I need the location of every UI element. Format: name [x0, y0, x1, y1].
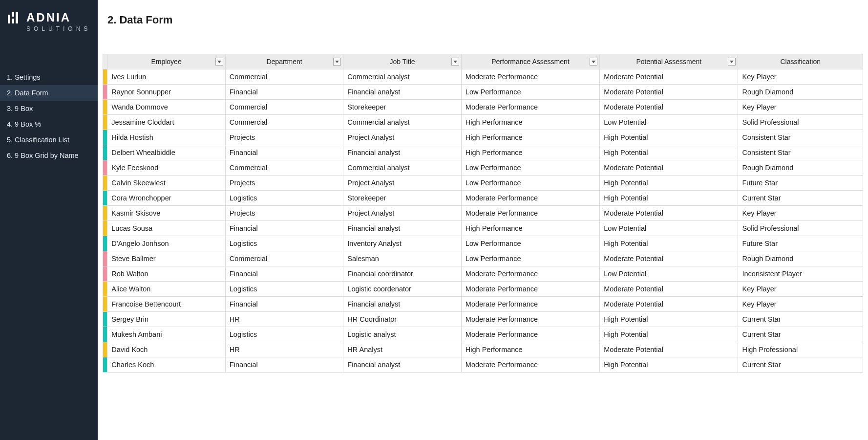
table-row[interactable]: Calvin SkeewlestProjectsProject AnalystL… [103, 176, 863, 191]
column-header-3: Performance Assessment [461, 54, 599, 69]
table-row[interactable]: Kasmir SkisoveProjectsProject AnalystMod… [103, 206, 863, 221]
table-row[interactable]: D'Angelo JonhsonLogisticsInventory Analy… [103, 236, 863, 251]
filter-dropdown-icon[interactable] [451, 58, 459, 66]
filter-dropdown-icon[interactable] [215, 58, 223, 66]
svg-rect-3 [16, 12, 18, 23]
cell-job: Financial analyst [343, 357, 462, 373]
filter-dropdown-icon[interactable] [728, 58, 736, 66]
filter-dropdown-icon[interactable] [590, 58, 597, 66]
row-marker [103, 176, 107, 191]
table-row[interactable]: Mukesh AmbaniLogisticsLogistic analystMo… [103, 327, 863, 342]
cell-perf: High Performance [461, 145, 599, 160]
cell-employee: Sergey Brin [107, 312, 226, 327]
cell-cls: Solid Professional [738, 115, 863, 130]
cell-job: Inventory Analyst [343, 236, 462, 251]
cell-cls: Future Star [738, 176, 863, 191]
cell-department: HR [225, 312, 343, 327]
cell-department: Financial [225, 357, 343, 373]
nav-item-0[interactable]: 1. Settings [0, 69, 98, 85]
cell-employee: Hilda Hostish [107, 130, 226, 145]
main-content: 2. Data Form EmployeeDepartmentJob Title… [98, 0, 868, 440]
cell-job: Project Analyst [343, 130, 462, 145]
cell-employee: Delbert Whealbiddle [107, 145, 226, 160]
cell-pot: Moderate Potential [600, 85, 738, 100]
cell-pot: High Potential [600, 176, 738, 191]
table-row[interactable]: Delbert WhealbiddleFinancialFinancial an… [103, 145, 863, 160]
table-row[interactable]: Cora WronchopperLogisticsStorekeeperMode… [103, 191, 863, 206]
nav-item-3[interactable]: 4. 9 Box % [0, 116, 98, 132]
cell-job: Logistic coordenator [343, 282, 462, 297]
row-marker [103, 221, 107, 236]
cell-job: Financial coordinator [343, 266, 462, 282]
cell-perf: High Performance [461, 130, 599, 145]
cell-pot: Moderate Potential [600, 297, 738, 312]
cell-perf: High Performance [461, 342, 599, 357]
table-row[interactable]: Wanda DommoveCommercialStorekeeperModera… [103, 100, 863, 115]
row-marker [103, 145, 107, 160]
cell-perf: High Performance [461, 221, 599, 236]
svg-rect-0 [8, 15, 10, 23]
cell-perf: Low Performance [461, 176, 599, 191]
cell-employee: D'Angelo Jonhson [107, 236, 226, 251]
row-marker [103, 115, 107, 130]
table-row[interactable]: Kyle FeeskoodCommercialCommercial analys… [103, 160, 863, 176]
table-row[interactable]: Raynor SonnupperFinancialFinancial analy… [103, 85, 863, 100]
column-header-1: Department [225, 54, 343, 69]
brand-icon [8, 12, 21, 23]
table-row[interactable]: Lucas SousaFinancialFinancial analystHig… [103, 221, 863, 236]
cell-cls: Key Player [738, 206, 863, 221]
cell-pot: Moderate Potential [600, 206, 738, 221]
cell-employee: Lucas Sousa [107, 221, 226, 236]
nav-item-1[interactable]: 2. Data Form [0, 85, 98, 101]
table-row[interactable]: Hilda HostishProjectsProject AnalystHigh… [103, 130, 863, 145]
nav-item-2[interactable]: 3. 9 Box [0, 101, 98, 116]
table-header-row: EmployeeDepartmentJob TitlePerformance A… [103, 54, 863, 69]
table-row[interactable]: Rob WaltonFinancialFinancial coordinator… [103, 266, 863, 282]
cell-cls: High Professional [738, 342, 863, 357]
cell-job: Storekeeper [343, 191, 462, 206]
column-header-2: Job Title [343, 54, 462, 69]
row-marker [103, 282, 107, 297]
row-marker [103, 130, 107, 145]
column-header-0: Employee [107, 54, 226, 69]
table-row[interactable]: Francoise BettencourtFinancialFinancial … [103, 297, 863, 312]
cell-department: Logistics [225, 282, 343, 297]
cell-perf: Moderate Performance [461, 69, 599, 85]
cell-job: Financial analyst [343, 297, 462, 312]
cell-department: Financial [225, 145, 343, 160]
cell-employee: Ives Lurlun [107, 69, 226, 85]
cell-employee: Steve Ballmer [107, 251, 226, 266]
cell-pot: Low Potential [600, 221, 738, 236]
cell-employee: Kasmir Skisove [107, 206, 226, 221]
cell-department: Financial [225, 221, 343, 236]
table-row[interactable]: Alice WaltonLogisticsLogistic coordenato… [103, 282, 863, 297]
cell-department: Commercial [225, 160, 343, 176]
cell-job: HR Coordinator [343, 312, 462, 327]
svg-rect-1 [12, 12, 14, 17]
column-header-label: Employee [107, 55, 225, 68]
cell-cls: Rough Diamond [738, 85, 863, 100]
cell-employee: Calvin Skeewlest [107, 176, 226, 191]
cell-employee: Rob Walton [107, 266, 226, 282]
cell-job: Commercial analyst [343, 160, 462, 176]
cell-department: Commercial [225, 69, 343, 85]
table-row[interactable]: Sergey BrinHRHR CoordinatorModerate Perf… [103, 312, 863, 327]
filter-dropdown-icon[interactable] [333, 58, 341, 66]
cell-employee: David Koch [107, 342, 226, 357]
nav-item-5[interactable]: 6. 9 Box Grid by Name [0, 148, 98, 163]
table-row[interactable]: Steve BallmerCommercialSalesmanLow Perfo… [103, 251, 863, 266]
table-row[interactable]: David KochHRHR AnalystHigh PerformanceMo… [103, 342, 863, 357]
cell-department: Financial [225, 266, 343, 282]
table-row[interactable]: Jessamine CloddartCommercialCommercial a… [103, 115, 863, 130]
cell-cls: Current Star [738, 191, 863, 206]
cell-job: Financial analyst [343, 221, 462, 236]
cell-employee: Alice Walton [107, 282, 226, 297]
row-marker [103, 327, 107, 342]
table-row[interactable]: Charles KochFinancialFinancial analystMo… [103, 357, 863, 373]
table-row[interactable]: Ives LurlunCommercialCommercial analystM… [103, 69, 863, 85]
cell-department: Projects [225, 206, 343, 221]
cell-job: Storekeeper [343, 100, 462, 115]
cell-cls: Future Star [738, 236, 863, 251]
nav-item-4[interactable]: 5. Classification List [0, 132, 98, 148]
cell-job: Commercial analyst [343, 69, 462, 85]
